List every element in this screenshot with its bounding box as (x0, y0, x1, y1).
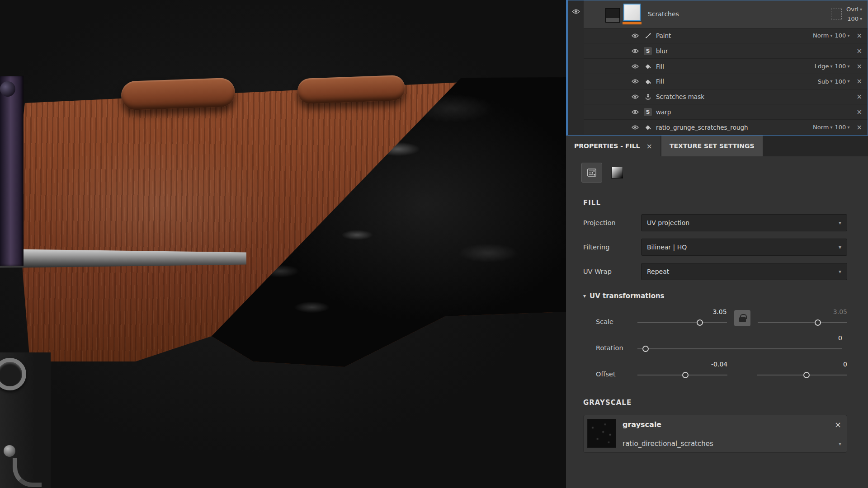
uv-transformations-header[interactable]: ▾ UV transformations (583, 292, 847, 300)
scale-value[interactable]: 3.05 (637, 308, 727, 317)
blend-mode-dropdown[interactable]: Ovrl ▾ (846, 6, 862, 13)
effect-row-blur[interactable]: S blur × (584, 43, 868, 59)
opacity-dropdown[interactable]: 100▾ (835, 124, 850, 131)
filtering-dropdown[interactable]: Bilinear | HQ ▾ (641, 239, 847, 256)
close-icon[interactable]: × (856, 47, 862, 55)
close-icon[interactable]: × (856, 123, 862, 131)
selected-channel-indicator (623, 22, 642, 24)
grayscale-mode-button[interactable] (607, 163, 627, 183)
grayscale-gradient-icon (611, 167, 623, 178)
close-icon[interactable]: × (856, 93, 862, 101)
rotation-row: Rotation 0 (583, 334, 847, 352)
effect-row-fill-sub[interactable]: Fill Sub▾ 100▾ × (584, 74, 868, 89)
chevron-down-icon: ▾ (847, 64, 849, 69)
effect-row-scratches-mask[interactable]: Scratches mask × (584, 89, 868, 105)
3d-viewport[interactable] (0, 0, 566, 488)
offset-row: Offset -0.04 0 (583, 361, 847, 379)
eye-icon[interactable] (632, 109, 639, 115)
opacity-dropdown[interactable]: 100 ▾ (847, 15, 862, 22)
chevron-down-icon: ▾ (583, 293, 586, 299)
offset-value-v[interactable]: 0 (757, 361, 847, 370)
layer-row-scratches[interactable]: Scratches Ovrl ▾ 100 ▾ (584, 0, 868, 28)
close-icon[interactable]: × (835, 420, 841, 429)
fill-bucket-icon (643, 124, 652, 131)
close-icon[interactable]: × (856, 62, 862, 70)
uv-wrap-dropdown[interactable]: Repeat ▾ (641, 263, 847, 280)
wood-slot-right (297, 75, 406, 104)
layer-mask-thumbnail[interactable] (605, 8, 620, 23)
opacity-dropdown[interactable]: 100▾ (835, 32, 850, 39)
eye-icon[interactable] (572, 9, 580, 14)
uv-wrap-label: UV Wrap (583, 268, 641, 275)
scale-row: Scale 3.05 3.05 (583, 308, 847, 326)
close-icon[interactable]: × (646, 142, 652, 150)
resource-slot-title: grayscale (623, 420, 661, 429)
eye-icon[interactable] (632, 64, 639, 69)
lock-icon (739, 317, 746, 322)
opacity-dropdown[interactable]: 100▾ (835, 78, 850, 85)
eye-icon[interactable] (632, 94, 639, 99)
blend-mode-dropdown[interactable]: Norm▾ (813, 32, 833, 39)
scale-slider-u[interactable] (637, 319, 727, 326)
opacity-dropdown[interactable]: 100▾ (835, 63, 850, 70)
substance-filter-icon: S (643, 47, 652, 55)
scale-slider-v[interactable] (758, 319, 847, 326)
slider-knob[interactable] (697, 319, 703, 326)
right-panel: Scratches Ovrl ▾ 100 ▾ (566, 0, 868, 488)
eye-icon[interactable] (632, 125, 639, 130)
rotation-value[interactable]: 0 (637, 334, 842, 343)
close-icon[interactable]: × (856, 77, 862, 85)
layer-name[interactable]: Scratches (648, 10, 679, 18)
layers-list: Scratches Ovrl ▾ 100 ▾ (584, 0, 868, 135)
effect-row-warp[interactable]: S warp × (584, 104, 868, 120)
blend-mode-dropdown[interactable]: Ldge▾ (815, 63, 833, 70)
offset-slider-u[interactable] (637, 371, 727, 379)
layers-panel: Scratches Ovrl ▾ 100 ▾ (566, 0, 868, 136)
chevron-down-icon: ▾ (839, 441, 841, 446)
scale-value-linked[interactable]: 3.05 (758, 308, 847, 317)
tab-properties-fill[interactable]: PROPERTIES - FILL × (566, 136, 660, 156)
blend-mode-dropdown[interactable]: Sub▾ (818, 78, 833, 85)
projection-dropdown[interactable]: UV projection ▾ (641, 214, 847, 231)
eye-icon[interactable] (632, 33, 639, 38)
tab-texture-set-settings[interactable]: TEXTURE SET SETTINGS (661, 136, 763, 156)
rotation-slider[interactable] (637, 345, 842, 352)
chevron-down-icon: ▾ (847, 33, 849, 38)
rotation-label: Rotation (596, 344, 637, 352)
eye-icon[interactable] (632, 48, 639, 54)
scale-link-lock-button[interactable] (734, 310, 751, 326)
effect-row-paint[interactable]: Paint Norm▾ 100▾ × (584, 28, 868, 44)
rifle-screw (4, 445, 15, 457)
offset-value-u[interactable]: -0.04 (637, 361, 727, 370)
chevron-down-icon: ▾ (847, 125, 849, 130)
fill-section-title: FILL (583, 199, 847, 207)
slider-knob[interactable] (642, 346, 649, 352)
effect-stack-placeholder[interactable] (831, 9, 842, 19)
fill-bucket-icon (643, 63, 652, 70)
offset-slider-v[interactable] (757, 371, 847, 379)
chevron-down-icon: ▾ (830, 64, 833, 69)
slider-knob[interactable] (815, 319, 821, 326)
chevron-down-icon: ▾ (830, 79, 833, 84)
properties-panel: FILL Projection UV projection ▾ Filterin… (566, 185, 868, 488)
blend-mode-dropdown[interactable]: Norm▾ (813, 124, 833, 131)
layer-content-thumbnail[interactable] (623, 4, 641, 21)
close-icon[interactable]: × (856, 32, 862, 40)
eye-icon[interactable] (632, 79, 639, 84)
grayscale-section-title: GRAYSCALE (583, 399, 847, 407)
close-icon[interactable]: × (856, 108, 862, 116)
chevron-down-icon: ▾ (860, 7, 862, 12)
resource-name[interactable]: ratio_directional_scratches (623, 440, 713, 448)
effect-row-fill-ldge[interactable]: Fill Ldge▾ 100▾ × (584, 59, 868, 74)
material-mode-button[interactable] (581, 163, 602, 183)
slider-knob[interactable] (682, 372, 689, 378)
anchor-icon (643, 94, 652, 100)
slider-knob[interactable] (803, 372, 810, 378)
substance-filter-icon: S (643, 108, 652, 116)
grayscale-resource-slot[interactable]: grayscale × ratio_directional_scratches … (583, 415, 847, 453)
filtering-label: Filtering (583, 244, 641, 251)
fill-bucket-icon (643, 78, 652, 85)
grayscale-resource-thumbnail[interactable] (587, 419, 616, 448)
wood-slot-left (121, 78, 236, 111)
effect-row-grunge[interactable]: ratio_grunge_scratches_rough Norm▾ 100▾ … (584, 120, 868, 135)
